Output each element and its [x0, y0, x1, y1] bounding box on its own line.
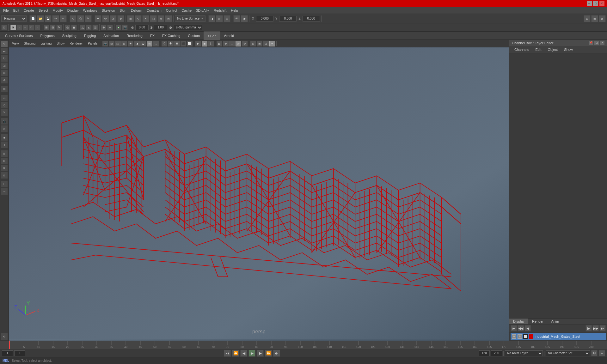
frame-start-input[interactable]: [2, 350, 13, 356]
scale-tool-left[interactable]: ⇲: [1, 62, 8, 69]
tab-animation[interactable]: Animation: [100, 32, 123, 40]
menu-edit[interactable]: Edit: [11, 8, 21, 13]
top-right-btn3[interactable]: ⊠: [599, 15, 606, 22]
menu-skin[interactable]: Skin: [118, 8, 128, 13]
top-right-btn2[interactable]: ⊞: [591, 15, 598, 22]
vp-icon53[interactable]: ⊡: [263, 41, 269, 46]
vp-ao-icon[interactable]: ◒: [140, 41, 146, 46]
frame-end-input[interactable]: [479, 350, 490, 356]
menu-control[interactable]: Control: [164, 8, 179, 13]
play-next-frame-btn[interactable]: ▶: [257, 350, 264, 357]
layer-left[interactable]: ⊟: [1, 157, 8, 164]
vp-lighting-menu[interactable]: Lighting: [39, 41, 53, 46]
vp-bounding-icon[interactable]: ⬜: [187, 41, 193, 46]
vp-xray-icon[interactable]: ◌: [153, 41, 159, 46]
vp-icon44[interactable]: ◎: [236, 41, 241, 46]
layer-tab-anim[interactable]: Anim: [547, 318, 563, 324]
vp-res-icon[interactable]: ◫: [115, 41, 121, 46]
viewport-3d[interactable]: X Y Z persp: [9, 40, 509, 341]
vp-icon54[interactable]: ●: [269, 41, 275, 46]
layer-visibility-check[interactable]: V: [512, 334, 516, 339]
settings-left[interactable]: ⚙: [1, 333, 8, 340]
rotate-tool-button[interactable]: ⟳: [102, 15, 109, 22]
menu-help[interactable]: Help: [229, 8, 240, 13]
top-right-btn1[interactable]: ⊟: [584, 15, 591, 22]
tb2-green1[interactable]: ●: [116, 25, 121, 30]
tab-fx[interactable]: FX: [146, 32, 158, 40]
tb2-snap2[interactable]: ⊟: [50, 25, 56, 30]
cb-tab-edit[interactable]: Edit: [533, 47, 544, 52]
vp-cam-icon[interactable]: 📷: [102, 41, 108, 46]
x-coord-input[interactable]: [256, 16, 273, 21]
cb-tab-show[interactable]: Show: [561, 47, 575, 52]
vp-hudstop-icon[interactable]: ⏹: [202, 41, 207, 46]
vp-icon42[interactable]: ⊕: [223, 41, 229, 46]
layer3-left[interactable]: ⊡: [1, 172, 8, 179]
rotate-tool-left[interactable]: ↻: [1, 55, 8, 62]
tab-polygons[interactable]: Polygons: [36, 32, 58, 40]
vp-renderer-menu[interactable]: Renderer: [68, 41, 85, 46]
tb2-render-cam[interactable]: 📷: [122, 25, 128, 30]
vp-shading-menu[interactable]: Shading: [22, 41, 38, 46]
play-prev-key-btn[interactable]: ⏪: [232, 350, 239, 357]
channel-box-close-btn[interactable]: ✕: [600, 41, 604, 45]
snap-live-button[interactable]: ◎: [165, 15, 172, 22]
display2-left[interactable]: ◈: [1, 141, 8, 148]
layer-tab-render[interactable]: Render: [528, 318, 547, 324]
snap-point-button[interactable]: •: [142, 15, 149, 22]
anim-layer-dropdown[interactable]: No Anim Layer: [505, 350, 543, 356]
show-hide-button[interactable]: 👁: [233, 15, 240, 22]
vertex-mode-btn[interactable]: ·: [16, 25, 22, 30]
vp-icon45[interactable]: ⊙: [242, 41, 248, 46]
tab-arnold[interactable]: Arnold: [220, 32, 238, 40]
menu-deform[interactable]: Deform: [129, 8, 144, 13]
menu-skeleton[interactable]: Skeleton: [100, 8, 117, 13]
timeline[interactable]: timeline ruler 1 5 10 15 20 25 30 35 40 …: [0, 341, 607, 349]
play-next-key-btn[interactable]: ⏩: [265, 350, 272, 357]
menu-display[interactable]: Display: [65, 8, 81, 13]
new-scene-button[interactable]: 📄: [29, 15, 36, 22]
tb2-extra1[interactable]: ◎: [65, 25, 71, 30]
maximize-button[interactable]: □: [593, 1, 598, 6]
universal-manip-button[interactable]: ⊕: [117, 15, 124, 22]
show-manip-left[interactable]: ⊞: [1, 86, 8, 93]
layer-next-btn[interactable]: ▶: [586, 325, 592, 331]
minimize-button[interactable]: ─: [587, 1, 592, 6]
camera-left[interactable]: 📷: [1, 118, 8, 125]
layer-first-btn[interactable]: ⏮: [511, 325, 517, 331]
select-tool-left[interactable]: ↖: [1, 40, 8, 47]
play-prev-frame-btn[interactable]: ◀: [240, 350, 247, 357]
menu-redshift[interactable]: Redshift: [212, 8, 228, 13]
char-set-add-btn[interactable]: +: [599, 350, 605, 356]
render-left[interactable]: ▷: [1, 125, 8, 132]
edge-mode-btn[interactable]: ─: [22, 25, 28, 30]
frame-current-input[interactable]: [14, 350, 25, 356]
vp-solid-icon[interactable]: ⬢: [168, 41, 174, 46]
tab-rigging[interactable]: Rigging: [80, 32, 100, 40]
redo-button[interactable]: ↪: [60, 15, 67, 22]
channel-box-pin-btn[interactable]: 📌: [589, 41, 593, 45]
vp-shaded-wire-icon[interactable]: ⬛: [181, 41, 186, 46]
play-first-btn[interactable]: ⏮: [224, 350, 231, 357]
vp-persp-icon[interactable]: ⊡: [109, 41, 114, 46]
move-tool-left[interactable]: ⇄: [1, 48, 8, 55]
vp-icon43[interactable]: ◌: [229, 41, 235, 46]
vp-view-menu[interactable]: View: [10, 41, 21, 46]
vp-texture-icon[interactable]: ▣: [174, 41, 180, 46]
play-last-btn[interactable]: ⏭: [273, 350, 280, 357]
move-tool-button[interactable]: ✛: [95, 15, 101, 22]
render-region-button[interactable]: ◨: [208, 15, 215, 22]
vp-icon52[interactable]: ⊠: [257, 41, 262, 46]
soft-mod-left[interactable]: ⊚: [1, 77, 8, 84]
undo-button[interactable]: ↩: [52, 15, 59, 22]
scale-tool-button[interactable]: ⇲: [110, 15, 117, 22]
vp-light-icon[interactable]: ☀: [128, 41, 133, 46]
tb2-paint[interactable]: ✎: [56, 25, 62, 30]
face-mode-btn[interactable]: □: [28, 25, 34, 30]
menu-select[interactable]: Select: [37, 8, 50, 13]
tb2-icon1[interactable]: △: [80, 25, 85, 30]
tb2-soft-sel[interactable]: ⊕: [101, 25, 107, 30]
menu-constrain[interactable]: Constrain: [145, 8, 163, 13]
tb2-icon2[interactable]: ▲: [86, 25, 92, 30]
channel-box-expand-btn[interactable]: ⊡: [594, 41, 599, 45]
